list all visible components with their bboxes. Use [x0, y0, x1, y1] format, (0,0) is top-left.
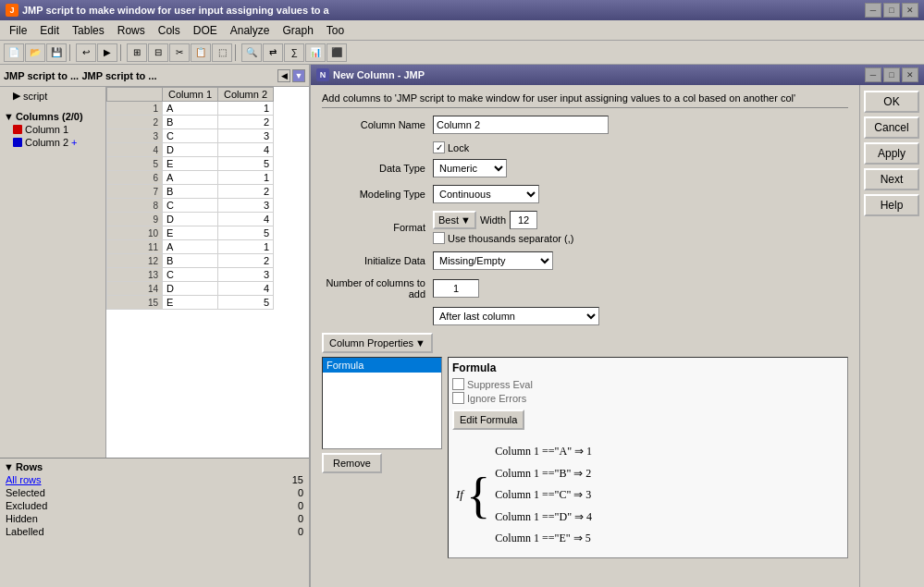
apply-button[interactable]: Apply	[864, 142, 919, 165]
placement-select[interactable]: After last column Before first column Af…	[433, 307, 599, 325]
help-button[interactable]: Help	[864, 194, 919, 216]
row-number: 11	[107, 240, 163, 254]
toolbar-btn9[interactable]: ⇄	[263, 43, 283, 62]
all-rows-label[interactable]: All rows	[6, 474, 42, 485]
toolbar-btn11[interactable]: 📊	[305, 43, 326, 62]
data-table: Column 1 Column 2 1 A 1 2 B 2 3 C 3 4 D …	[106, 87, 274, 310]
dialog-window-controls[interactable]: ─ □ ✕	[865, 67, 918, 82]
next-button[interactable]: Next	[864, 168, 919, 190]
format-best-button[interactable]: Best ▼	[433, 211, 476, 229]
col-props-button[interactable]: Column Properties ▼	[322, 333, 433, 353]
table-row: 7 B 2	[107, 185, 274, 199]
dialog-icon: N	[316, 68, 329, 81]
suppress-eval-checkbox[interactable]	[452, 378, 464, 390]
toolbar-btn12[interactable]: ⬛	[326, 43, 347, 62]
edit-formula-button[interactable]: Edit Formula	[452, 410, 524, 430]
maximize-button[interactable]: □	[883, 3, 900, 18]
toolbar-btn4[interactable]: ⊟	[148, 43, 168, 62]
remove-button[interactable]: Remove	[322, 453, 382, 473]
toolbar-btn7[interactable]: ⬚	[212, 43, 232, 62]
col2-cell: 3	[218, 199, 274, 213]
columns-header[interactable]: ▼ Columns (2/0)	[2, 110, 104, 123]
column-name-input[interactable]	[433, 116, 609, 134]
lock-checkbox[interactable]: ✓	[433, 141, 445, 153]
col2-cell: 5	[218, 157, 274, 171]
placement-row: After last column Before first column Af…	[322, 307, 848, 325]
ignore-errors-checkbox[interactable]	[452, 392, 464, 404]
menu-rows[interactable]: Rows	[112, 22, 151, 39]
props-list[interactable]: Formula	[322, 357, 442, 449]
num-cols-input[interactable]	[433, 279, 479, 298]
table-row: 5 E 5	[107, 157, 274, 171]
init-data-select[interactable]: Missing/Empty 0 1	[433, 251, 553, 270]
sidebar-column2[interactable]: Column 2 +	[2, 136, 104, 149]
toolbar-sep1	[69, 44, 73, 61]
data-table-area[interactable]: Column 1 Column 2 1 A 1 2 B 2 3 C 3 4 D …	[106, 87, 309, 458]
toolbar-open[interactable]: 📂	[25, 43, 45, 62]
menu-graph[interactable]: Graph	[277, 22, 318, 39]
modeling-type-select[interactable]: Continuous Nominal Ordinal	[433, 185, 539, 203]
row-number: 8	[107, 199, 163, 213]
ok-button[interactable]: OK	[864, 91, 919, 113]
row-number: 12	[107, 254, 163, 268]
close-button[interactable]: ✕	[902, 3, 918, 18]
menu-edit[interactable]: Edit	[34, 22, 65, 39]
col1-cell: A	[163, 171, 218, 185]
sidebar: ▶ script ▼ Columns (2/0) Column 1	[0, 87, 106, 458]
toolbar-btn8[interactable]: 🔍	[241, 43, 262, 62]
app-window-controls[interactable]: ─ □ ✕	[865, 3, 918, 18]
menu-cols[interactable]: Cols	[153, 22, 186, 39]
toolbar-btn2[interactable]: ▶	[97, 43, 117, 62]
dialog-minimize[interactable]: ─	[865, 67, 881, 82]
columns-triangle: ▼	[4, 111, 14, 122]
menu-doe[interactable]: DOE	[188, 22, 223, 39]
selected-value: 0	[298, 487, 303, 498]
col-header-col2[interactable]: Column 2	[218, 88, 274, 102]
suppress-eval-label: Suppress Eval	[467, 379, 533, 390]
col2-cell: 1	[218, 240, 274, 254]
menu-file[interactable]: File	[4, 22, 32, 39]
toolbar-btn10[interactable]: ∑	[284, 43, 304, 62]
sidebar-script[interactable]: ▶ script	[2, 89, 104, 103]
row-number: 6	[107, 171, 163, 185]
width-input[interactable]	[510, 211, 537, 229]
toolbar-new[interactable]: 📄	[4, 43, 24, 62]
menu-tools[interactable]: Too	[321, 22, 350, 39]
sidebar-column1[interactable]: Column 1	[2, 123, 104, 136]
nav-right-arrow[interactable]: ▼	[292, 69, 305, 82]
row-number: 1	[107, 102, 163, 116]
table-row: 8 C 3	[107, 199, 274, 213]
table-row: 4 D 4	[107, 143, 274, 157]
toolbar-btn3[interactable]: ⊞	[127, 43, 147, 62]
menu-tables[interactable]: Tables	[67, 22, 110, 39]
row-number: 9	[107, 213, 163, 226]
nav-left-arrow[interactable]: ◀	[277, 69, 290, 82]
col1-cell: D	[163, 282, 218, 296]
col2-cell: 5	[218, 226, 274, 240]
toolbar-btn6[interactable]: 📋	[191, 43, 211, 62]
row-number: 13	[107, 268, 163, 282]
col1-cell: C	[163, 268, 218, 282]
toolbar-btn1[interactable]: ↩	[76, 43, 96, 62]
row-number: 14	[107, 282, 163, 296]
dialog-close[interactable]: ✕	[902, 67, 918, 82]
col-header-col1[interactable]: Column 1	[163, 88, 218, 102]
toolbar-save[interactable]: 💾	[46, 43, 67, 62]
formula-list-item[interactable]: Formula	[323, 358, 441, 373]
table-row: 12 B 2	[107, 254, 274, 268]
cancel-button[interactable]: Cancel	[864, 116, 919, 139]
table-name-label: JMP script to ...	[81, 70, 156, 81]
labelled-label: Labelled	[6, 526, 44, 537]
rows-header[interactable]: ▼ Rows	[2, 460, 307, 473]
row-number: 10	[107, 226, 163, 240]
format-row: Format Best ▼ Width	[322, 211, 848, 244]
data-type-select[interactable]: Numeric Character Row State	[433, 159, 507, 177]
col2-cell: 2	[218, 254, 274, 268]
minimize-button[interactable]: ─	[865, 3, 881, 18]
toolbar-btn5[interactable]: ✂	[169, 43, 190, 62]
hidden-label: Hidden	[6, 513, 38, 524]
menu-analyze[interactable]: Analyze	[225, 22, 276, 39]
thousands-checkbox[interactable]	[433, 232, 445, 244]
dialog-maximize[interactable]: □	[883, 67, 900, 82]
table-name-header[interactable]: JMP script to ...	[4, 70, 79, 81]
